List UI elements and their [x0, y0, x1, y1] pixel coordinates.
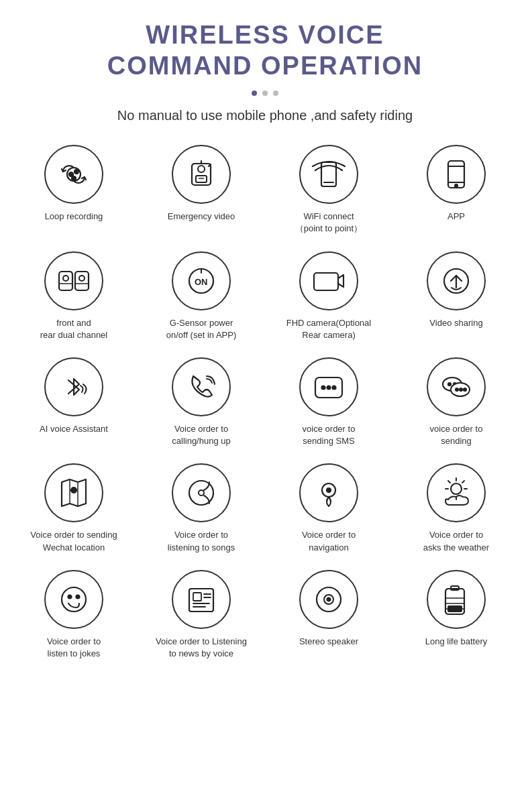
feature-label-news: Voice order to Listening to news by voic… [156, 636, 247, 660]
feature-label-emergency-video: Emergency video [168, 211, 235, 223]
icon-circle-news [172, 570, 231, 629]
feature-label-wechat-location: Voice order to sending Wechat location [30, 529, 117, 553]
svg-point-29 [327, 386, 331, 389]
svg-point-37 [464, 388, 466, 391]
feature-item-navigation: Voice order to navigation [268, 463, 389, 553]
feature-item-jokes: Voice order to listen to jokes [13, 570, 134, 660]
icon-circle-songs [172, 463, 231, 522]
pagination-dots [252, 91, 278, 96]
icon-circle-speaker [299, 570, 358, 629]
svg-rect-56 [193, 593, 201, 601]
feature-item-front-rear: front and rear dual channel [13, 251, 134, 341]
svg-point-5 [198, 166, 205, 172]
svg-point-53 [68, 595, 72, 598]
icon-circle-battery [427, 570, 486, 629]
icon-circle-front-rear [44, 251, 103, 310]
svg-point-40 [71, 487, 76, 493]
svg-point-44 [327, 488, 331, 492]
feature-label-navigation: Voice order to navigation [302, 529, 356, 553]
feature-label-wechat-send: voice order to sending [430, 423, 483, 447]
feature-label-gsensor: G-Sensor power on/off (set in APP) [166, 317, 237, 341]
feature-label-songs: Voice order to listening to songs [168, 529, 235, 553]
icon-circle-emergency-video [172, 145, 231, 204]
dot-1 [252, 91, 257, 96]
feature-item-loop-recording: Loop recording [13, 145, 134, 235]
feature-item-wifi-connect: WiFi connect （point to point） [268, 145, 389, 235]
feature-item-emergency-video: Emergency video [141, 145, 262, 235]
svg-point-45 [451, 483, 462, 494]
icon-circle-fhd-camera [299, 251, 358, 310]
subtitle: No manual to use mobile phone ,and safet… [117, 108, 413, 123]
feature-label-sms: voice order to sending SMS [303, 423, 356, 447]
svg-point-15 [455, 184, 458, 187]
feature-label-app: APP [447, 211, 465, 223]
svg-point-17 [63, 276, 68, 281]
feature-label-wifi-connect: WiFi connect （point to point） [295, 211, 362, 235]
feature-item-sms: voice order to sending SMS [268, 357, 389, 447]
feature-item-app: APP [396, 145, 517, 235]
feature-item-wechat-send: voice order to sending [396, 357, 517, 447]
svg-point-1 [69, 172, 73, 176]
icon-circle-video-sharing [427, 251, 486, 310]
feature-item-battery: Long life battery [396, 570, 517, 660]
feature-label-video-sharing: Video sharing [429, 317, 482, 329]
feature-label-ai-voice: AI voice Assistant [40, 423, 108, 435]
feature-item-songs: Voice order to listening to songs [141, 463, 262, 553]
icon-circle-jokes [44, 570, 103, 629]
svg-rect-24 [314, 273, 338, 290]
feature-label-jokes: Voice order to listen to jokes [47, 636, 101, 660]
svg-point-35 [456, 388, 458, 391]
svg-point-30 [333, 386, 336, 389]
dot-2 [262, 91, 268, 96]
feature-label-calling: Voice order to calling/hung up [172, 423, 230, 447]
icon-circle-navigation [299, 463, 358, 522]
svg-point-63 [327, 597, 331, 601]
svg-point-54 [76, 595, 80, 598]
svg-line-50 [448, 481, 450, 483]
feature-item-news: Voice order to Listening to news by voic… [141, 570, 262, 660]
icon-circle-weather [427, 463, 486, 522]
feature-item-weather: Voice order to asks the weather [396, 463, 517, 553]
feature-item-gsensor: ON G-Sensor power on/off (set in APP) [141, 251, 262, 341]
svg-point-2 [74, 170, 78, 174]
feature-label-battery: Long life battery [425, 636, 488, 648]
feature-item-video-sharing: Video sharing [396, 251, 517, 341]
svg-text:ON: ON [195, 277, 208, 287]
icon-circle-wechat-send [427, 357, 486, 416]
icon-circle-ai-voice [44, 357, 103, 416]
svg-line-51 [462, 481, 464, 483]
icon-circle-calling [172, 357, 231, 416]
svg-point-42 [199, 490, 204, 496]
features-grid: Loop recording Emergency video WiFi conn… [13, 145, 517, 660]
feature-item-ai-voice: AI voice Assistant [13, 357, 134, 447]
svg-point-19 [79, 276, 85, 281]
icon-circle-wechat-location [44, 463, 103, 522]
svg-rect-8 [196, 176, 207, 182]
svg-point-3 [72, 176, 76, 180]
icon-circle-loop-recording [44, 145, 103, 204]
icon-circle-wifi-connect [299, 145, 358, 204]
feature-label-speaker: Stereo speaker [299, 636, 358, 648]
svg-point-36 [460, 388, 462, 391]
feature-item-calling: Voice order to calling/hung up [141, 357, 262, 447]
feature-label-weather: Voice order to asks the weather [423, 529, 489, 553]
page-title: WIRELESS VOICE COMMAND OPERATION [107, 20, 423, 81]
svg-rect-69 [447, 605, 462, 612]
dot-3 [273, 91, 278, 96]
feature-item-fhd-camera: FHD camera(Optional Rear camera) [268, 251, 389, 341]
feature-item-wechat-location: Voice order to sending Wechat location [13, 463, 134, 553]
icon-circle-app [427, 145, 486, 204]
svg-point-28 [322, 386, 325, 389]
svg-point-32 [448, 383, 451, 386]
feature-item-speaker: Stereo speaker [268, 570, 389, 660]
icon-circle-gsensor: ON [172, 251, 231, 310]
feature-label-fhd-camera: FHD camera(Optional Rear camera) [286, 317, 371, 341]
feature-label-loop-recording: Loop recording [45, 211, 103, 223]
feature-label-front-rear: front and rear dual channel [40, 317, 107, 341]
icon-circle-sms [299, 357, 358, 416]
